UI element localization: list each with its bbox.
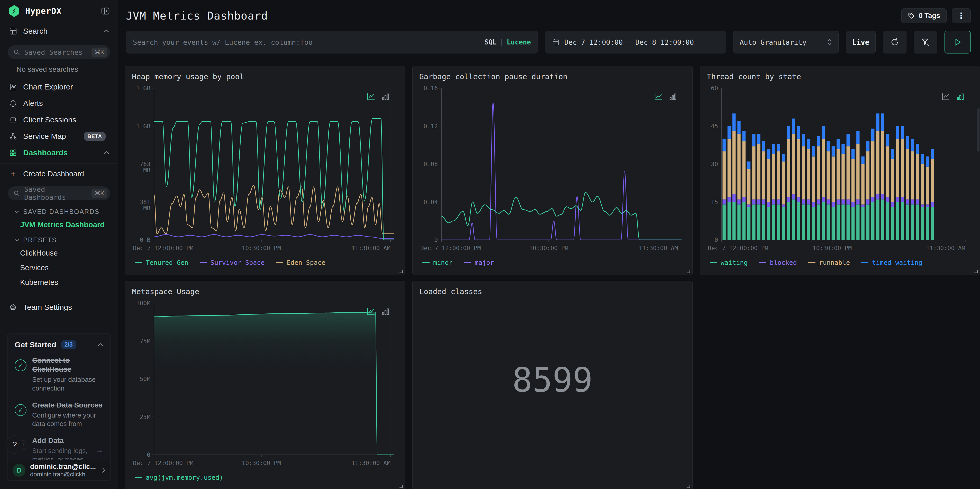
panel-title: Thread count by state [707,72,973,81]
team-settings-label: Team Settings [23,303,109,312]
panel-thread-count: Thread count by state 604530150Dec 7 12:… [700,66,980,275]
svg-text:10:30:00 PM: 10:30:00 PM [242,245,281,252]
section-presets[interactable]: PRESETS [0,232,118,246]
legend-item[interactable]: avg(jvm.memory.used) [135,474,223,481]
svg-text:30: 30 [711,161,718,167]
legend-item[interactable]: runnable [808,259,850,266]
svg-text:381: 381 [140,199,150,205]
live-button[interactable]: Live [846,31,876,54]
sql-toggle[interactable]: SQL [484,38,496,46]
panel-resize-handle[interactable] [974,270,978,273]
get-started-item-title: Add Data [32,436,90,445]
saved-dashboards-input[interactable]: Saved Dashboards ⌘K [8,186,110,200]
svg-text:0: 0 [147,451,150,458]
svg-text:MB: MB [143,205,150,212]
lucene-toggle[interactable]: Lucene [507,38,531,46]
logo-row: ⚡ HyperDX [0,0,118,22]
panel-resize-handle[interactable] [399,270,403,273]
scrollbar-thumb[interactable] [977,108,980,152]
chevron-right-icon [102,467,105,473]
panel-loaded-classes: Loaded classes 8599 [412,281,692,489]
help-button[interactable]: ? [6,435,24,454]
dashboard-menu-button[interactable]: ⋮ [952,8,971,23]
svg-text:11:30:00 AM: 11:30:00 AM [352,245,390,252]
saved-dashboard-jvm-metrics[interactable]: JVM Metrics Dashboard [0,218,118,232]
legend-item[interactable]: major [464,259,494,266]
play-icon [953,38,962,46]
panel-title: Garbage collection pause duration [419,72,686,81]
panel-resize-handle[interactable] [399,485,403,488]
chart-canvas[interactable]: 1 GB1 GB763MB381MB0 BDec 7 12:00:00 PM10… [132,85,398,254]
saved-searches-input[interactable]: Saved Searches ⌘K [8,45,110,59]
get-started-item-title: Create Data Sources [32,401,103,409]
line-chart-toggle-icon[interactable] [366,92,375,101]
dashboard-grid: Heap memory usage by pool 1 GB1 GB763MB3… [125,66,980,489]
panel-resize-handle[interactable] [687,270,690,273]
granularity-select[interactable]: Auto Granularity [733,31,838,54]
bar-chart-toggle-icon[interactable] [956,92,965,101]
get-started-item[interactable]: ✓ Connect to ClickHouse Set up your data… [15,356,103,393]
get-started-title: Get Started [15,341,56,349]
gear-icon [9,303,18,311]
chevron-up-icon [103,29,109,33]
panel-resize-handle[interactable] [687,485,690,488]
team-settings-button[interactable]: Team Settings [0,299,118,315]
chart-canvas[interactable]: 604530150Dec 7 12:00:00 PM10:30:00 PM11:… [707,85,973,254]
line-chart-toggle-icon[interactable] [941,92,950,101]
sidebar-item-alerts[interactable]: Alerts [0,95,118,111]
sidebar-item-dashboards[interactable]: Dashboards [0,145,118,161]
progress-badge: 2/3 [61,340,76,349]
get-started-item[interactable]: ✓ Create Data Sources Configure where yo… [15,401,103,428]
legend-item[interactable]: Tenured Gen [135,259,188,266]
sidebar-item-chart-explorer[interactable]: Chart Explorer [0,79,118,95]
filter-edit-icon [921,37,931,47]
preset-kubernetes[interactable]: Kubernetes [0,275,118,290]
sidebar-item-service-map[interactable]: Service Map BETA [0,128,118,145]
sidebar-section-search[interactable]: Search [0,22,118,40]
main-content: JVM Metrics Dashboard 0 Tags ⋮ Search yo… [118,0,980,489]
user-menu[interactable]: D dominic.tran@clic... dominic.tran@clic… [7,460,111,481]
svg-text:0.16: 0.16 [424,85,438,92]
bar-chart-toggle-icon[interactable] [668,92,678,101]
event-search-input[interactable]: Search your events w/ Lucene ex. column:… [126,31,538,54]
check-circle-icon: ✓ [15,359,27,371]
sidebar-item-label: Chart Explorer [23,83,109,91]
svg-text:10:30:00 PM: 10:30:00 PM [529,245,568,252]
chart-canvas[interactable]: 100M75M50M25M0Dec 7 12:00:00 PM10:30:00 … [132,300,398,469]
line-chart-toggle-icon[interactable] [654,92,663,101]
legend-item[interactable]: minor [422,259,452,266]
bar-chart-toggle-icon[interactable] [381,307,390,316]
refresh-button[interactable] [883,31,907,54]
legend-item[interactable]: Eden Space [276,259,326,266]
chevron-up-icon[interactable] [98,343,103,347]
granularity-value: Auto Granularity [740,38,807,46]
service-map-icon [9,132,18,140]
legend-item[interactable]: Survivor Space [200,259,265,266]
sidebar: ⚡ HyperDX Search Saved Searches ⌘K No sa… [0,0,118,489]
legend-item[interactable]: blocked [759,259,797,266]
svg-text:10:30:00 PM: 10:30:00 PM [813,245,852,252]
loaded-classes-value: 8599 [419,298,686,486]
sidebar-collapse-icon[interactable] [101,7,110,16]
line-chart-toggle-icon[interactable] [366,307,375,316]
svg-text:60: 60 [711,85,718,92]
tags-button[interactable]: 0 Tags [901,8,947,23]
sidebar-item-client-sessions[interactable]: Client Sessions [0,111,118,128]
legend-item[interactable]: timed_waiting [861,259,923,266]
bar-chart-toggle-icon[interactable] [381,92,390,101]
filter-button[interactable] [914,31,937,54]
section-saved-dashboards[interactable]: SAVED DASHBOARDS [0,204,118,218]
panel-gc-pause: Garbage collection pause duration 0.160.… [412,66,692,275]
run-query-button[interactable] [945,31,971,54]
legend-item[interactable]: waiting [710,259,748,266]
preset-services[interactable]: Services [0,260,118,275]
preset-clickhouse[interactable]: ClickHouse [0,246,118,260]
date-range-picker[interactable]: Dec 7 12:00:00 - Dec 8 12:00:00 [545,31,726,54]
chart-canvas[interactable]: 0.160.120.080.040Dec 7 12:00:00 PM10:30:… [419,85,686,254]
saved-dashboards-placeholder: Saved Dashboards [24,185,88,201]
search-section-label: Search [23,27,98,35]
create-dashboard-button[interactable]: + Create Dashboard [0,166,118,181]
shortcut-badge: ⌘K [92,48,107,57]
svg-text:0: 0 [434,237,438,243]
svg-text:1 GB: 1 GB [136,123,150,130]
